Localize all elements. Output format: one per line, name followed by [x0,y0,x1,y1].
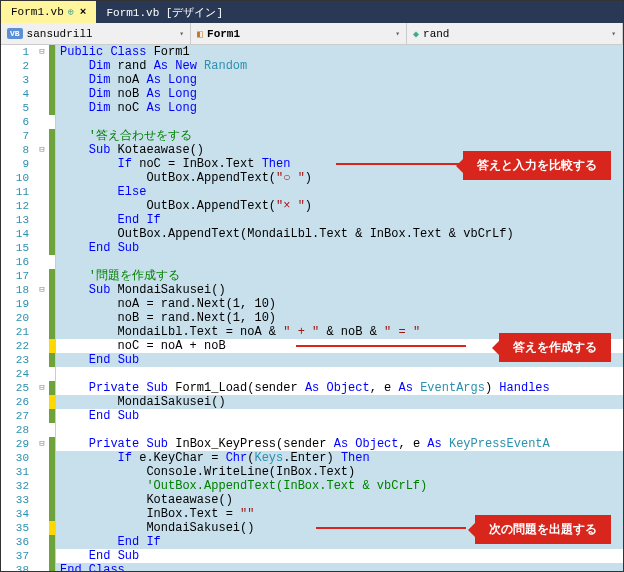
nav-project[interactable]: VB sansudrill ▾ [1,23,191,44]
fold-toggle [35,479,49,493]
gutter-row: 27 [1,409,55,423]
code-line[interactable]: '問題を作成する [56,269,623,283]
gutter-row: 24 [1,367,55,381]
field-icon: ◆ [413,28,419,40]
change-marker [49,283,55,297]
change-marker [49,465,55,479]
change-marker [49,353,55,367]
code-line[interactable]: End Sub [56,241,623,255]
fold-toggle [35,255,49,269]
code-line[interactable] [56,255,623,269]
vb-icon: VB [7,28,23,39]
fold-toggle[interactable]: ⊟ [35,143,49,157]
code-line[interactable]: Public Class Form1 [56,45,623,59]
change-marker [49,115,55,129]
code-line[interactable]: End Class [56,563,623,571]
line-number: 29 [1,437,35,451]
gutter-row: 10 [1,171,55,185]
line-number: 1 [1,45,35,59]
change-marker [49,507,55,521]
code-line[interactable]: Sub MondaiSakusei() [56,283,623,297]
code-line[interactable]: End Sub [56,549,623,563]
gutter-row: 2 [1,59,55,73]
change-marker [49,339,55,353]
line-number: 2 [1,59,35,73]
line-number: 12 [1,199,35,213]
line-number: 5 [1,101,35,115]
fold-toggle[interactable]: ⊟ [35,45,49,59]
code-line[interactable]: Private Sub InBox_KeyPress(sender As Obj… [56,437,623,451]
line-number: 24 [1,367,35,381]
fold-toggle [35,157,49,171]
code-line[interactable]: MondaiSakusei() [56,395,623,409]
tab-form1-vb[interactable]: Form1.vb ⊕ × [1,1,96,23]
line-number: 38 [1,563,35,571]
code-line[interactable]: End If [56,213,623,227]
change-marker [49,479,55,493]
fold-toggle [35,227,49,241]
change-marker [49,549,55,563]
change-marker [49,227,55,241]
nav-class[interactable]: ◧ Form1 ▾ [191,23,407,44]
fold-toggle[interactable]: ⊟ [35,283,49,297]
code-line[interactable] [56,423,623,437]
chevron-down-icon: ▾ [611,29,616,38]
code-line[interactable]: Dim noC As Long [56,101,623,115]
code-line[interactable]: Private Sub Form1_Load(sender As Object,… [56,381,623,395]
gutter-row: 3 [1,73,55,87]
line-number: 33 [1,493,35,507]
code-line[interactable]: OutBox.AppendText(MondaiLbl.Text & InBox… [56,227,623,241]
code-line[interactable]: Else [56,185,623,199]
fold-toggle [35,423,49,437]
close-icon[interactable]: × [80,6,87,18]
code-line[interactable]: '答え合わせをする [56,129,623,143]
code-line[interactable]: Kotaeawase() [56,493,623,507]
gutter-row: 5 [1,101,55,115]
change-marker [49,241,55,255]
pin-icon[interactable]: ⊕ [68,6,74,18]
fold-toggle [35,59,49,73]
code-line[interactable]: Dim noB As Long [56,87,623,101]
code-area[interactable]: 答えと入力を比較する 答えを作成する 次の問題を出題する Public Clas… [56,45,623,571]
code-line[interactable]: If e.KeyChar = Chr(Keys.Enter) Then [56,451,623,465]
line-number: 36 [1,535,35,549]
tab-label: Form1.vb [デザイン] [106,5,223,20]
gutter-row: 25⊟ [1,381,55,395]
line-number: 32 [1,479,35,493]
line-number: 15 [1,241,35,255]
code-line[interactable]: OutBox.AppendText("× ") [56,199,623,213]
gutter-row: 31 [1,465,55,479]
code-line[interactable]: noB = rand.Next(1, 10) [56,311,623,325]
line-number: 19 [1,297,35,311]
line-number: 27 [1,409,35,423]
gutter-row: 34 [1,507,55,521]
line-number: 26 [1,395,35,409]
code-line[interactable]: Dim noA As Long [56,73,623,87]
nav-member[interactable]: ◆ rand ▾ [407,23,623,44]
code-line[interactable]: 'OutBox.AppendText(InBox.Text & vbCrLf) [56,479,623,493]
fold-toggle [35,171,49,185]
change-marker [49,451,55,465]
code-line[interactable]: noA = rand.Next(1, 10) [56,297,623,311]
change-marker [49,185,55,199]
code-line[interactable] [56,367,623,381]
code-line[interactable]: Console.WriteLine(InBox.Text) [56,465,623,479]
code-line[interactable] [56,115,623,129]
gutter-row: 22 [1,339,55,353]
fold-toggle [35,451,49,465]
line-number: 25 [1,381,35,395]
gutter-row: 33 [1,493,55,507]
change-marker [49,255,55,269]
fold-toggle[interactable]: ⊟ [35,437,49,451]
fold-toggle[interactable]: ⊟ [35,381,49,395]
code-line[interactable]: Dim rand As New Random [56,59,623,73]
code-line[interactable]: End Sub [56,409,623,423]
line-number: 8 [1,143,35,157]
fold-toggle [35,101,49,115]
fold-toggle [35,535,49,549]
line-number: 3 [1,73,35,87]
gutter-row: 1⊟ [1,45,55,59]
tab-form1-design[interactable]: Form1.vb [デザイン] [96,1,233,23]
tab-bar: Form1.vb ⊕ × Form1.vb [デザイン] [1,1,623,23]
line-number: 18 [1,283,35,297]
